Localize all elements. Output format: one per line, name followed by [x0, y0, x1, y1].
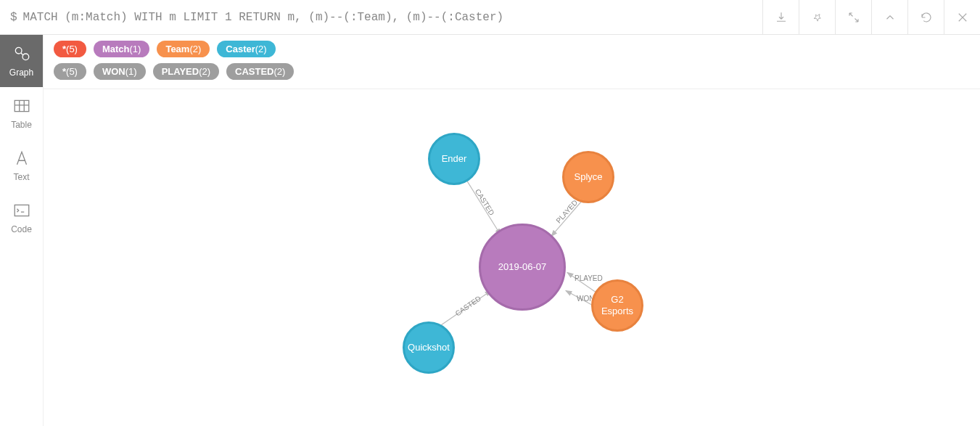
query-header: $ MATCH (m:Match) WITH m LIMIT 1 RETURN … [0, 0, 980, 35]
node-pill-caster[interactable]: Caster(2) [217, 41, 275, 57]
query-area[interactable]: $ MATCH (m:Match) WITH m LIMIT 1 RETURN … [0, 11, 762, 24]
node-label: Splyce [574, 171, 602, 183]
edge-label-casted: CASTED [454, 294, 483, 317]
query-text: MATCH (m:Match) WITH m LIMIT 1 RETURN m,… [23, 11, 504, 24]
node-caster-ender[interactable]: Ender [428, 133, 480, 185]
close-button[interactable] [944, 0, 980, 35]
pin-button[interactable] [799, 0, 835, 35]
node-label: Ender [442, 153, 467, 165]
rel-pill-won[interactable]: WON(1) [94, 63, 146, 80]
svg-point-0 [15, 47, 22, 54]
refresh-icon [920, 11, 933, 24]
tab-code[interactable]: Code [0, 192, 43, 244]
content-area: *(5) Match(1) Team(2) Caster(2) *(5) WON… [44, 35, 980, 426]
svg-rect-3 [15, 205, 29, 216]
expand-icon [847, 11, 860, 24]
node-team-g2[interactable]: G2 Esports [591, 279, 643, 332]
table-icon [12, 97, 31, 115]
code-icon [12, 201, 31, 220]
close-icon [956, 11, 969, 24]
edge-label-casted: CASTED [474, 187, 496, 216]
tab-label: Graph [9, 67, 33, 78]
edge-label-played: PLAYED [554, 198, 579, 224]
edge-label-played: PLAYED [575, 274, 603, 282]
header-actions [762, 0, 980, 35]
node-team-splyce[interactable]: Splyce [562, 151, 614, 203]
pin-icon [811, 11, 824, 24]
rel-pill-casted[interactable]: CASTED(2) [226, 63, 294, 80]
node-pill-row: *(5) Match(1) Team(2) Caster(2) [54, 41, 970, 57]
node-match[interactable]: 2019-06-07 [479, 224, 566, 311]
node-caster-quickshot[interactable]: Quickshot [403, 321, 455, 374]
svg-point-1 [22, 54, 29, 60]
text-icon [12, 149, 31, 168]
tab-label: Text [13, 172, 29, 182]
tab-label: Code [11, 224, 32, 234]
node-label: Quickshot [408, 342, 450, 353]
chevron-up-icon [884, 11, 897, 24]
node-pill-all[interactable]: *(5) [54, 41, 86, 57]
tab-text[interactable]: Text [0, 139, 43, 192]
svg-rect-2 [15, 100, 29, 111]
node-pill-team[interactable]: Team(2) [157, 41, 210, 57]
rel-pill-played[interactable]: PLAYED(2) [153, 63, 219, 80]
graph-icon [12, 44, 31, 63]
view-sidebar: Graph Table Text Code [0, 35, 44, 426]
collapse-button[interactable] [871, 0, 907, 35]
tab-table[interactable]: Table [0, 87, 43, 139]
download-icon [775, 11, 788, 24]
rel-pill-row: *(5) WON(1) PLAYED(2) CASTED(2) [54, 63, 970, 80]
tab-graph[interactable]: Graph [0, 35, 43, 87]
query-prompt: $ [10, 11, 17, 24]
graph-canvas[interactable]: CASTED CASTED PLAYED PLAYED WON 2019-06-… [44, 89, 980, 426]
rel-pill-all[interactable]: *(5) [54, 63, 86, 80]
legend: *(5) Match(1) Team(2) Caster(2) *(5) WON… [44, 35, 980, 89]
refresh-button[interactable] [907, 0, 944, 35]
node-label: 2019-06-07 [498, 261, 547, 273]
download-button[interactable] [762, 0, 799, 35]
node-label: G2 Esports [596, 294, 638, 316]
tab-label: Table [11, 120, 32, 130]
node-pill-match[interactable]: Match(1) [94, 41, 149, 57]
expand-button[interactable] [835, 0, 871, 35]
